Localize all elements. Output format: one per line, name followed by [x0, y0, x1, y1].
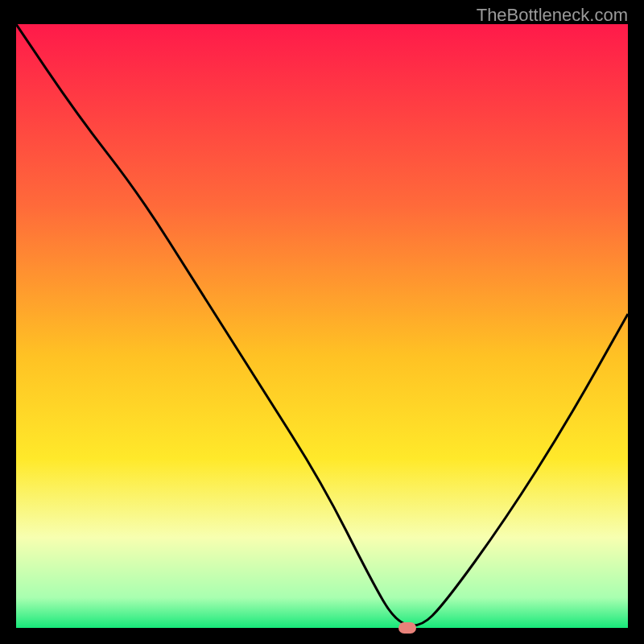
chart-area [16, 24, 628, 628]
chart-curve [16, 24, 628, 628]
bottleneck-curve-path [16, 24, 628, 625]
watermark-text: TheBottleneck.com [477, 5, 628, 26]
optimal-marker [398, 622, 416, 634]
